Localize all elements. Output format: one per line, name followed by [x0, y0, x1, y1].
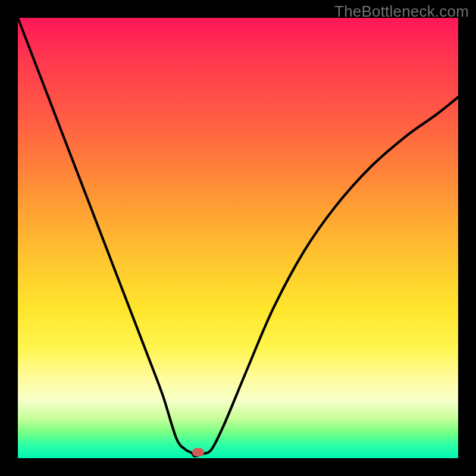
watermark-text: TheBottleneck.com — [334, 2, 469, 21]
plot-area — [18, 18, 458, 458]
chart-container: TheBottleneck.com — [0, 0, 476, 476]
minimum-marker-icon — [192, 448, 204, 456]
bottleneck-curve — [18, 18, 458, 458]
